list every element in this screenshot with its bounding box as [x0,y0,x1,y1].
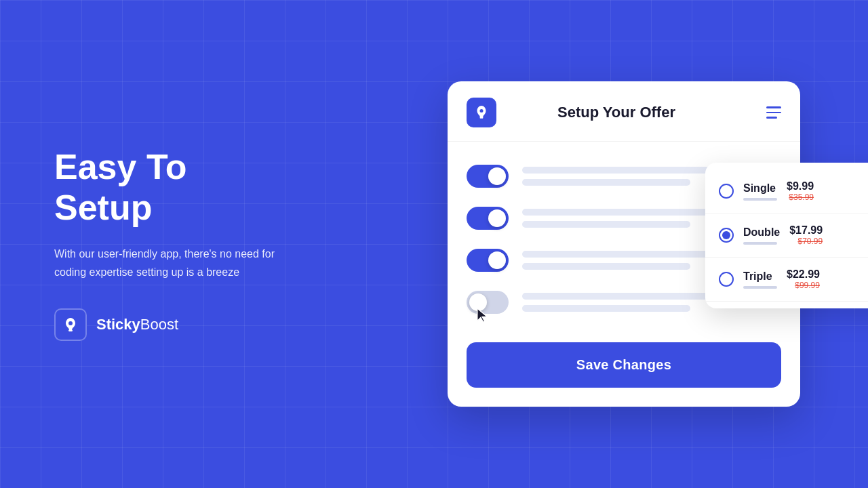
brand-name: StickyBoost [96,316,178,333]
brand-row: StickyBoost [54,308,285,341]
hero-title: Easy ToSetup [54,147,285,228]
toggle-thumb-4 [469,293,487,311]
pricing-item-single[interactable]: Single $9.99 $35.99 [705,169,868,214]
pricing-item-triple[interactable]: Triple $22.99 $99.99 [705,258,868,302]
toggle-thumb-1 [488,167,506,185]
main-card: Setup Your Offer [448,81,800,407]
pricing-sublabel [743,286,777,289]
card-title: Setup Your Offer [496,104,736,121]
menu-line-3 [766,117,777,119]
pricing-sublabel [743,242,777,245]
placeholder-line [522,221,690,228]
menu-line-1 [766,106,781,108]
pricing-label-triple: Triple [743,270,777,289]
placeholder-line [522,263,690,270]
pricing-price-double: $17.99 $70.99 [789,224,823,246]
radio-double [719,228,734,243]
radio-inner-double [722,231,730,239]
toggle-1[interactable] [467,165,509,188]
pricing-sublabel [743,198,777,201]
svg-point-0 [68,321,73,325]
placeholder-line [522,305,690,312]
toggle-thumb-3 [488,251,506,269]
pricing-label-double: Double [743,226,780,245]
app-logo [467,98,496,127]
pricing-popup: Single $9.99 $35.99 Double $17.99 $70.99 [705,163,868,308]
menu-line-2 [766,112,781,114]
pricing-price-single: $9.99 $35.99 [787,180,814,202]
toggle-4[interactable] [467,291,509,314]
pricing-item-double[interactable]: Double $17.99 $70.99 [705,214,868,258]
save-changes-button[interactable]: Save Changes [467,342,781,388]
pricing-price-triple: $22.99 $99.99 [787,268,820,290]
hero-desc: With our user-friendly app, there's no n… [54,245,285,281]
svg-point-1 [480,109,484,113]
card-header: Setup Your Offer [448,81,800,142]
menu-button[interactable] [766,106,781,119]
toggle-3[interactable] [467,249,509,272]
toggle-thumb-2 [488,209,506,227]
brand-icon [54,308,87,341]
radio-triple [719,272,734,287]
toggle-2[interactable] [467,207,509,230]
left-section: Easy ToSetup With our user-friendly app,… [54,147,285,341]
placeholder-line [522,179,690,186]
pricing-label-single: Single [743,182,777,201]
radio-single [719,184,734,199]
